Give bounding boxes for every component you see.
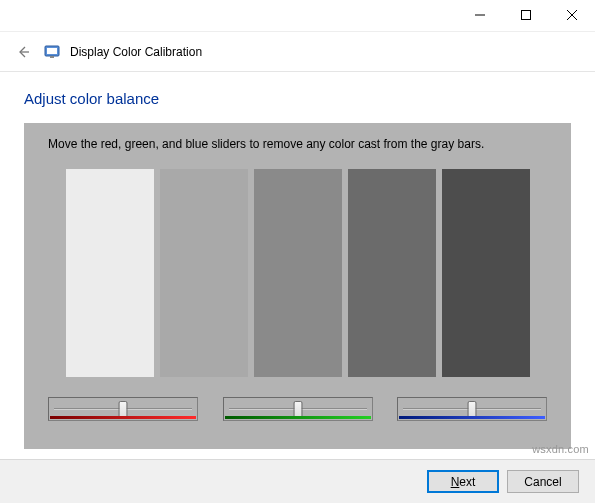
green-tint-indicator	[225, 416, 371, 419]
next-label-post: ext	[459, 475, 475, 489]
blue-slider[interactable]	[397, 397, 547, 421]
slider-track	[54, 402, 192, 416]
minimize-icon	[475, 10, 485, 20]
svg-rect-3	[50, 56, 54, 58]
slider-track	[229, 402, 367, 416]
next-button[interactable]: Next	[427, 470, 499, 493]
gray-bar-3	[254, 169, 342, 377]
minimize-button[interactable]	[457, 0, 503, 30]
maximize-icon	[521, 10, 531, 20]
blue-tint-indicator	[399, 416, 545, 419]
sliders-row	[42, 397, 553, 421]
gray-bar-1	[66, 169, 154, 377]
title-bar	[0, 0, 595, 32]
instruction-text: Move the red, green, and blue sliders to…	[42, 137, 553, 151]
app-icon	[44, 44, 60, 60]
cancel-button[interactable]: Cancel	[507, 470, 579, 493]
gray-bars	[42, 169, 553, 377]
close-button[interactable]	[549, 0, 595, 30]
close-icon	[567, 10, 577, 20]
slider-track	[403, 402, 541, 416]
svg-rect-0	[522, 11, 531, 20]
gray-bar-5	[442, 169, 530, 377]
svg-rect-2	[47, 48, 57, 54]
calibration-panel: Move the red, green, and blue sliders to…	[24, 123, 571, 449]
maximize-button[interactable]	[503, 0, 549, 30]
gray-bar-2	[160, 169, 248, 377]
button-bar: Next Cancel	[0, 459, 595, 503]
gray-bar-4	[348, 169, 436, 377]
watermark: wsxdn.com	[532, 443, 589, 455]
red-tint-indicator	[50, 416, 196, 419]
page-heading: Adjust color balance	[24, 90, 571, 107]
green-slider[interactable]	[223, 397, 373, 421]
red-slider[interactable]	[48, 397, 198, 421]
header: Display Color Calibration	[0, 32, 595, 72]
back-button[interactable]	[12, 41, 34, 63]
back-arrow-icon	[15, 44, 31, 60]
app-title: Display Color Calibration	[70, 45, 202, 59]
content-area: Adjust color balance Move the red, green…	[0, 72, 595, 449]
